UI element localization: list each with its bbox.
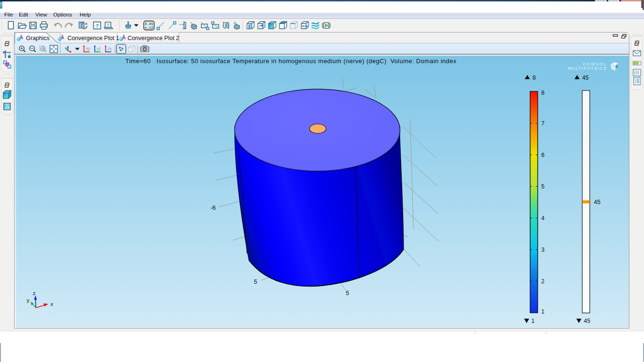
svg-text:?: ? <box>96 23 99 29</box>
svg-text:8.85: 8.85 <box>145 22 154 26</box>
svg-text:5: 5 <box>346 290 349 296</box>
svg-text:yz: yz <box>97 46 101 51</box>
svg-text:-6: -6 <box>210 205 215 211</box>
svg-text:45: 45 <box>584 318 590 324</box>
svg-text:7: 7 <box>541 120 545 127</box>
svg-text:1: 1 <box>531 318 535 324</box>
svg-text:Convergence Plot 2: Convergence Plot 2 <box>128 35 180 41</box>
svg-text:y: y <box>27 297 30 303</box>
svg-text:8: 8 <box>533 74 536 81</box>
svg-text:Convergence Plot 1: Convergence Plot 1 <box>67 35 119 41</box>
svg-text:45: 45 <box>582 74 589 81</box>
svg-text:6: 6 <box>541 152 545 158</box>
svg-text:x: x <box>50 301 53 307</box>
svg-text:Time=60 Isosurface: 50 isosu: Time=60 Isosurface: 50 isosurface Temper… <box>125 58 456 65</box>
svg-text:45: 45 <box>594 199 601 206</box>
svg-text:?: ? <box>107 23 109 27</box>
svg-text:4: 4 <box>541 215 545 222</box>
svg-text:2: 2 <box>541 278 545 285</box>
svg-text:8: 8 <box>541 90 545 96</box>
svg-text:1: 1 <box>541 308 545 315</box>
svg-text:3: 3 <box>541 247 545 253</box>
svg-text:MULTIPHYSICS: MULTIPHYSICS <box>568 66 607 71</box>
svg-text:Graphics: Graphics <box>26 35 50 41</box>
svg-text:z: z <box>33 290 36 296</box>
svg-text:5: 5 <box>541 183 545 190</box>
svg-text:e-12: e-12 <box>145 26 154 30</box>
svg-text:zx: zx <box>107 46 112 51</box>
svg-text:5: 5 <box>254 279 257 285</box>
svg-text:xy: xy <box>86 46 91 51</box>
